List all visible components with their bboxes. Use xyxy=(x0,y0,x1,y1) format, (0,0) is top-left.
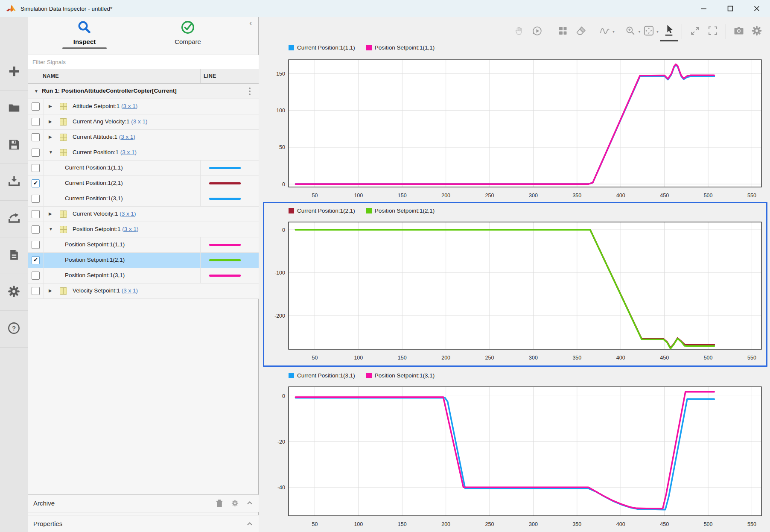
tab-inspect[interactable]: Inspect xyxy=(51,20,118,49)
help-icon: ? xyxy=(7,321,21,337)
collapse-arrow-icon[interactable]: ▼ xyxy=(49,150,53,155)
import-button[interactable] xyxy=(0,164,28,201)
collapse-panel-icon[interactable]: ‹ xyxy=(249,17,252,28)
minimize-button[interactable] xyxy=(691,0,717,17)
toolbar-separator xyxy=(620,24,620,39)
signal-checkbox[interactable] xyxy=(32,149,40,157)
tree-row-signal[interactable]: ✔Current Position:1(2,1) xyxy=(28,176,259,191)
signal-checkbox[interactable] xyxy=(32,195,40,203)
plot1-canvas[interactable]: 5010015020025030035040045050055005010015… xyxy=(271,54,767,202)
dims-link[interactable]: (3 x 1) xyxy=(122,287,138,294)
fit-to-view-button[interactable]: ▼ xyxy=(642,22,660,41)
tree-row-group[interactable]: ▶Current Velocity:1 (3 x 1) xyxy=(28,207,259,222)
chevron-down-icon[interactable]: ▼ xyxy=(656,30,659,34)
signal-cursor-icon xyxy=(599,25,611,38)
signal-checkbox[interactable] xyxy=(32,210,40,218)
tree-row-group[interactable]: ▶Attitude Setpoint:1 (3 x 1) xyxy=(28,99,259,114)
archive-collapse-icon[interactable] xyxy=(246,499,254,509)
signal-checkbox[interactable] xyxy=(32,133,40,141)
run-menu-icon[interactable] xyxy=(249,88,251,95)
preferences-button[interactable] xyxy=(0,274,28,311)
dims-link[interactable]: (3 x 1) xyxy=(121,103,137,109)
tree-row-signal[interactable]: Position Setpoint:1(1,1) xyxy=(28,237,259,253)
signal-name: Position Setpoint:1(2,1) xyxy=(65,257,125,263)
signal-checkbox[interactable]: ✔ xyxy=(32,179,40,187)
expand-arrow-icon[interactable]: ▶ xyxy=(49,104,52,108)
svg-text:0: 0 xyxy=(282,181,285,187)
archive-bar[interactable]: Archive xyxy=(28,494,259,512)
line-column-divider xyxy=(200,268,201,283)
settings-button[interactable] xyxy=(748,22,766,41)
properties-bar[interactable]: Properties xyxy=(28,515,259,532)
tree-row-signal[interactable]: Current Position:1(3,1) xyxy=(28,191,259,207)
tree-row-group[interactable]: ▼Current Position:1 (3 x 1) xyxy=(28,145,259,161)
column-header: NAME LINE xyxy=(28,69,259,84)
layout-button[interactable] xyxy=(554,22,572,41)
fullscreen-button[interactable] xyxy=(704,22,722,41)
signal-checkbox[interactable] xyxy=(32,118,40,126)
properties-collapse-icon[interactable] xyxy=(246,520,254,529)
expand-arrow-icon[interactable]: ▶ xyxy=(49,288,52,293)
plot3-legend: Current Position:1(3,1)Position Setpoint… xyxy=(289,372,435,379)
tree-row-signal[interactable]: Position Setpoint:1(3,1) xyxy=(28,268,259,284)
tree-row-signal[interactable]: Current Position:1(1,1) xyxy=(28,161,259,176)
tree-row-signal[interactable]: ✔Position Setpoint:1(2,1) xyxy=(28,253,259,268)
tree-row-group[interactable]: ▶Current Ang Velocity:1 (3 x 1) xyxy=(28,114,259,130)
legend-label: Current Position:1(3,1) xyxy=(297,372,355,379)
archive-gear-icon[interactable] xyxy=(231,499,239,509)
maximize-button[interactable] xyxy=(717,0,744,17)
plot3-canvas[interactable]: 501001502002503003504004505005500-20-40 xyxy=(271,382,767,531)
tree-row-group[interactable]: ▼Position Setpoint:1 (3 x 1) xyxy=(28,222,259,237)
zoom-in-button[interactable]: ▼ xyxy=(624,22,642,41)
dims-link[interactable]: (3 x 1) xyxy=(131,118,147,125)
matrix-icon xyxy=(60,287,67,295)
clear-button[interactable] xyxy=(572,22,590,41)
replay-button[interactable] xyxy=(528,22,546,41)
dims-link[interactable]: (3 x 1) xyxy=(120,210,136,217)
tab-compare[interactable]: Compare xyxy=(154,20,222,45)
signal-checkbox[interactable] xyxy=(32,102,40,111)
plot-area: ▼▼▼ Current Position:1(1,1)Position Setp… xyxy=(259,17,770,532)
checkbox-divider xyxy=(44,191,44,206)
dims-link[interactable]: (3 x 1) xyxy=(122,226,138,232)
signal-checkbox[interactable] xyxy=(32,241,40,249)
pointer-button[interactable] xyxy=(660,22,678,41)
signal-checkbox[interactable] xyxy=(32,164,40,172)
help-button[interactable]: ? xyxy=(0,311,28,348)
collapse-arrow-icon[interactable]: ▼ xyxy=(49,227,53,231)
expand-button[interactable] xyxy=(686,22,704,41)
plot2-canvas[interactable]: 501001502002503003504004505005500-100-20… xyxy=(271,217,767,365)
signal-checkbox[interactable]: ✔ xyxy=(32,256,40,264)
svg-text:-200: -200 xyxy=(274,313,285,319)
tree-row-group[interactable]: ▶Current Attitude:1 (3 x 1) xyxy=(28,130,259,145)
signal-checkbox[interactable] xyxy=(32,225,40,234)
expand-arrow-icon[interactable]: ▶ xyxy=(49,119,52,124)
filter-signals-input[interactable] xyxy=(28,55,259,69)
chevron-down-icon[interactable]: ▼ xyxy=(638,30,641,34)
tree-row-group[interactable]: ▶Velocity Setpoint:1 (3 x 1) xyxy=(28,284,259,299)
signal-cursor-button[interactable]: ▼ xyxy=(598,22,616,41)
dims-link[interactable]: (3 x 1) xyxy=(119,134,135,140)
expand-arrow-icon[interactable]: ▶ xyxy=(49,134,52,139)
matrix-icon xyxy=(60,210,67,218)
trash-icon[interactable] xyxy=(215,499,224,509)
save-button[interactable] xyxy=(0,127,28,164)
new-button[interactable] xyxy=(0,54,28,91)
chevron-down-icon[interactable]: ▼ xyxy=(612,30,615,34)
expand-arrow-icon[interactable]: ▶ xyxy=(49,211,52,216)
svg-text:550: 550 xyxy=(747,193,756,199)
run-expand-arrow[interactable]: ▼ xyxy=(34,89,38,94)
open-icon xyxy=(7,101,21,117)
signal-checkbox[interactable] xyxy=(32,287,40,295)
pan-button[interactable] xyxy=(510,22,528,41)
export-button[interactable] xyxy=(0,201,28,237)
signal-name: Current Ang Velocity:1 (3 x 1) xyxy=(73,118,148,125)
close-button[interactable] xyxy=(744,0,770,17)
report-button[interactable] xyxy=(0,237,28,274)
snapshot-button[interactable] xyxy=(730,22,748,41)
svg-text:100: 100 xyxy=(354,193,363,199)
signal-checkbox[interactable] xyxy=(32,272,40,280)
open-button[interactable] xyxy=(0,91,28,127)
run-row[interactable]: ▼ Run 1: PositionAttitudeControllerCopte… xyxy=(28,84,259,99)
dims-link[interactable]: (3 x 1) xyxy=(120,149,137,155)
